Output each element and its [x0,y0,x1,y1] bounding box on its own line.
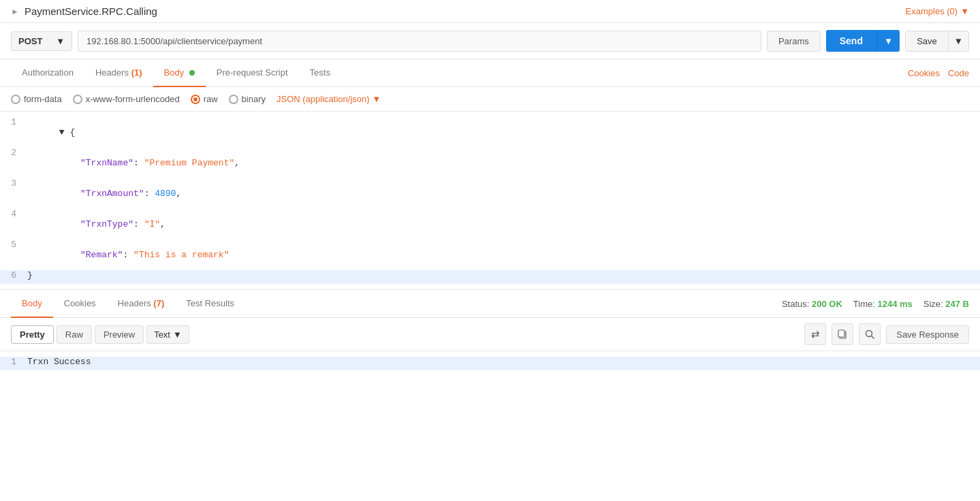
size-value: 247 B [945,299,969,309]
binary-radio[interactable] [229,95,238,104]
tab-authorization[interactable]: Authorization [11,59,84,87]
text-format-label: Text [154,329,170,340]
response-tools: ⇄ Save Response [804,323,969,345]
send-dropdown-button[interactable]: ▼ [876,30,900,52]
json-type-selector[interactable]: JSON (application/json) ▼ [276,94,381,104]
method-select[interactable]: POST ▼ [11,31,72,51]
code-line-6: 6 } [0,270,980,284]
response-status-bar: Status: 200 OK Time: 1244 ms Size: 247 B [782,299,969,309]
svg-line-3 [872,336,874,339]
title-bar-left: ► PaymentService.RPC.Calling [11,5,157,17]
response-tab-cookies[interactable]: Cookies [53,290,107,318]
x-www-radio[interactable] [73,95,82,104]
cookies-link[interactable]: Cookies [908,68,940,78]
text-format-dropdown[interactable]: Text ▼ [146,325,189,344]
response-tab-body[interactable]: Body [11,290,53,318]
time-value: 1244 ms [877,299,912,309]
method-chevron-icon: ▼ [56,36,65,46]
tab-headers[interactable]: Headers (1) [84,59,153,87]
form-data-option[interactable]: form-data [11,94,62,104]
text-format-chevron-icon: ▼ [173,329,182,340]
code-link[interactable]: Code [948,68,969,78]
examples-label: Examples (0) [906,6,958,16]
response-content-1: Trxn Success [27,357,980,367]
title-bar: ► PaymentService.RPC.Calling Examples (0… [0,0,980,23]
tab-prerequest[interactable]: Pre-request Script [206,59,299,87]
raw-option[interactable]: raw [191,94,218,104]
save-btn-group: Save ▼ [905,31,969,52]
url-bar: POST ▼ Params Send ▼ Save ▼ [0,23,980,59]
code-line-1: 1 ▼ { [0,117,980,148]
send-button[interactable]: Send [826,30,876,52]
response-body: 1 Trxn Success [0,351,980,406]
tab-body[interactable]: Body [153,59,206,87]
params-button[interactable]: Params [767,31,821,52]
request-tabs-row: Authorization Headers (1) Body Pre-reque… [0,59,980,87]
code-line-5: 5 "Remark": "This is a remark" [0,240,980,270]
json-type-chevron-icon: ▼ [373,94,381,104]
code-editor[interactable]: 1 ▼ { 2 "TrxnName": "Premium Payment", 3… [0,112,980,290]
binary-option[interactable]: binary [229,94,266,104]
response-format-row: Pretty Raw Preview Text ▼ ⇄ S [0,318,980,351]
body-dot-indicator [189,70,195,76]
save-button[interactable]: Save [906,31,948,51]
send-btn-group: Send ▼ [826,30,900,52]
response-tab-headers[interactable]: Headers (7) [107,290,176,318]
raw-format-button[interactable]: Raw [57,325,92,344]
form-data-radio[interactable] [11,95,20,104]
x-www-option[interactable]: x-www-form-urlencoded [73,94,180,104]
tabs-right: Cookies Code [908,68,969,78]
page-title: PaymentService.RPC.Calling [25,5,157,17]
copy-icon[interactable] [832,323,853,345]
url-input[interactable] [78,31,761,52]
search-icon[interactable] [859,323,881,345]
fold-arrow-icon[interactable]: ▼ [59,127,70,138]
code-line-4: 4 "TrxnType": "I", [0,209,980,240]
response-tabs-row: Body Cookies Headers (7) Test Results St… [0,290,980,318]
tab-tests[interactable]: Tests [299,59,341,87]
word-wrap-icon[interactable]: ⇄ [804,323,826,345]
pretty-button[interactable]: Pretty [11,325,54,344]
raw-radio[interactable] [191,95,200,104]
examples-button[interactable]: Examples (0) ▼ [906,6,969,16]
save-response-button[interactable]: Save Response [886,325,969,344]
save-dropdown-button[interactable]: ▼ [948,31,968,51]
response-tab-test-results[interactable]: Test Results [175,290,245,318]
expand-arrow-icon[interactable]: ► [11,7,19,16]
code-line-2: 2 "TrxnName": "Premium Payment", [0,148,980,178]
code-line-3: 3 "TrxnAmount": 4890, [0,178,980,209]
preview-button[interactable]: Preview [95,325,144,344]
body-options-row: form-data x-www-form-urlencoded raw bina… [0,87,980,112]
examples-chevron-icon: ▼ [960,6,969,16]
response-section: Body Cookies Headers (7) Test Results St… [0,290,980,406]
response-line-1: 1 Trxn Success [0,357,980,370]
method-label: POST [18,36,42,46]
status-value: 200 OK [812,299,842,309]
svg-rect-1 [838,330,844,337]
